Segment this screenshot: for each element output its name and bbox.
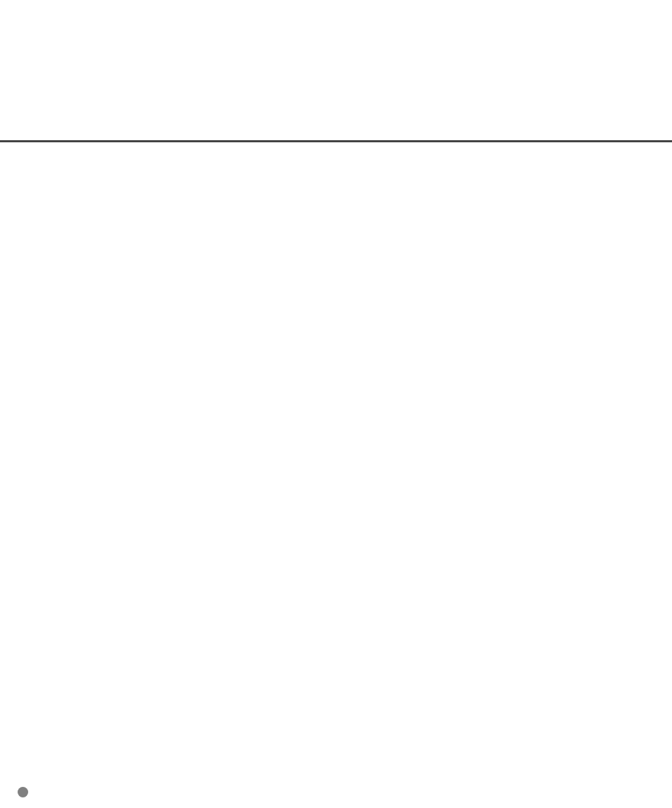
horizontal-divider — [0, 140, 672, 142]
dot-indicator-icon — [18, 787, 28, 797]
